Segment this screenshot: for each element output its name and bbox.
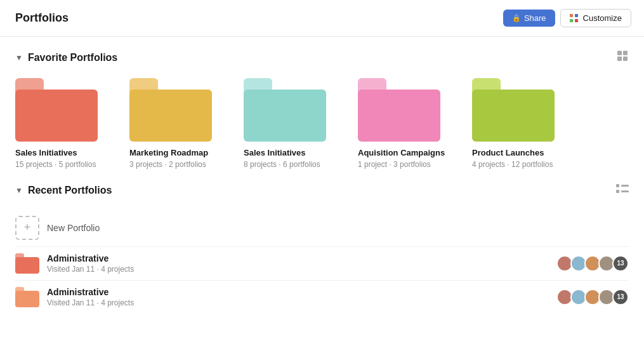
- folder-icon: [244, 78, 326, 142]
- svg-rect-0: [617, 51, 622, 55]
- recent-item-name: Administrative: [47, 253, 134, 263]
- recent-item-meta: Visited Jan 11 · 4 projects: [47, 298, 134, 307]
- recent-section-title: Recent Portfolios: [28, 185, 112, 196]
- grid-view-icon[interactable]: [616, 50, 629, 65]
- svg-rect-7: [621, 190, 629, 192]
- favorite-folder-item[interactable]: Sales Initiatives 15 projects · 5 portfo…: [15, 78, 104, 169]
- folder-icon: [15, 78, 98, 142]
- folder-meta: 8 projects · 6 portfolios: [244, 160, 320, 169]
- favorite-folder-item[interactable]: Aquisition Campaigns 1 project · 3 portf…: [358, 78, 447, 169]
- avatars-group: 13: [556, 255, 629, 272]
- avatar-count: 13: [612, 255, 629, 272]
- page-title: Portfolios: [15, 11, 69, 25]
- favorite-portfolios-section: ▼ Favorite Portfolios Sales Initiatives …: [15, 50, 629, 169]
- recent-item-left: Administrative Visited Jan 11 · 4 projec…: [15, 253, 134, 274]
- recent-folder-icon: [15, 253, 39, 274]
- svg-rect-6: [616, 190, 619, 193]
- chevron-down-icon-recent: ▼: [15, 186, 23, 195]
- new-portfolio-item[interactable]: + New Portfolio: [15, 210, 629, 246]
- favorite-folder-item[interactable]: Product Launches 4 projects · 12 portfol…: [472, 78, 561, 169]
- page-header: Portfolios 🔒 Share Customize: [0, 0, 644, 37]
- folder-meta: 4 projects · 12 portfolios: [472, 160, 553, 169]
- recent-item-name: Administrative: [47, 287, 134, 297]
- folder-name: Marketing Roadmap: [129, 148, 208, 159]
- lock-icon: 🔒: [512, 14, 521, 22]
- recent-item-left: Administrative Visited Jan 11 · 4 projec…: [15, 287, 134, 307]
- folder-icon: [358, 78, 440, 142]
- folder-meta: 3 projects · 2 portfolios: [129, 160, 206, 169]
- new-portfolio-box: +: [15, 216, 39, 240]
- avatar-count: 13: [612, 289, 629, 305]
- recent-item-info: Administrative Visited Jan 11 · 4 projec…: [47, 287, 134, 307]
- customize-grid-icon: [570, 14, 579, 23]
- folder-body: [472, 90, 555, 142]
- recent-section-header: ▼ Recent Portfolios: [15, 184, 629, 197]
- recent-items-container: Administrative Visited Jan 11 · 4 projec…: [15, 246, 629, 314]
- avatars-group: 13: [556, 289, 629, 305]
- favorite-section-title: Favorite Portfolios: [28, 52, 117, 63]
- folder-icon: [129, 78, 212, 142]
- new-portfolio-label: New Portfolio: [47, 223, 100, 233]
- folder-body: [244, 90, 326, 142]
- recent-folder-body: [15, 257, 39, 274]
- recent-folder-body: [15, 291, 39, 307]
- svg-rect-4: [616, 184, 619, 187]
- customize-button[interactable]: Customize: [560, 9, 631, 27]
- recent-item-info: Administrative Visited Jan 11 · 4 projec…: [47, 253, 134, 274]
- folder-name: Product Launches: [472, 148, 544, 159]
- folder-body: [358, 90, 440, 142]
- recent-item-meta: Visited Jan 11 · 4 projects: [47, 265, 134, 274]
- favorite-folder-item[interactable]: Sales Initiatives 8 projects · 6 portfol…: [244, 78, 332, 169]
- svg-rect-2: [617, 57, 622, 61]
- header-actions: 🔒 Share Customize: [503, 9, 631, 27]
- folder-name: Aquisition Campaigns: [358, 148, 445, 159]
- recent-portfolios-section: ▼ Recent Portfolios + New Portfolio: [15, 184, 629, 314]
- section-title-group: ▼ Favorite Portfolios: [15, 52, 117, 63]
- recent-list: + New Portfolio Administrative Visited J…: [15, 210, 629, 314]
- chevron-down-icon: ▼: [15, 53, 23, 62]
- folder-name: Sales Initiatives: [15, 148, 77, 159]
- svg-rect-3: [623, 57, 628, 61]
- folder-meta: 15 projects · 5 portfolios: [15, 160, 96, 169]
- folder-body: [15, 90, 98, 142]
- recent-portfolio-item[interactable]: Administrative Visited Jan 11 · 4 projec…: [15, 280, 629, 314]
- folder-icon: [472, 78, 555, 142]
- recent-portfolio-item[interactable]: Administrative Visited Jan 11 · 4 projec…: [15, 246, 629, 280]
- main-content: ▼ Favorite Portfolios Sales Initiatives …: [0, 37, 644, 342]
- favorite-folder-grid: Sales Initiatives 15 projects · 5 portfo…: [15, 78, 629, 169]
- folder-meta: 1 project · 3 portfolios: [358, 160, 431, 169]
- folder-body: [129, 90, 212, 142]
- recent-folder-icon: [15, 287, 39, 307]
- folder-name: Sales Initiatives: [244, 148, 306, 159]
- recent-title-group: ▼ Recent Portfolios: [15, 185, 112, 196]
- list-view-icon[interactable]: [616, 184, 629, 197]
- svg-rect-5: [621, 185, 629, 187]
- share-button[interactable]: 🔒 Share: [503, 10, 555, 27]
- favorite-section-header: ▼ Favorite Portfolios: [15, 50, 629, 65]
- svg-rect-1: [623, 51, 628, 55]
- favorite-folder-item[interactable]: Marketing Roadmap 3 projects · 2 portfol…: [129, 78, 218, 169]
